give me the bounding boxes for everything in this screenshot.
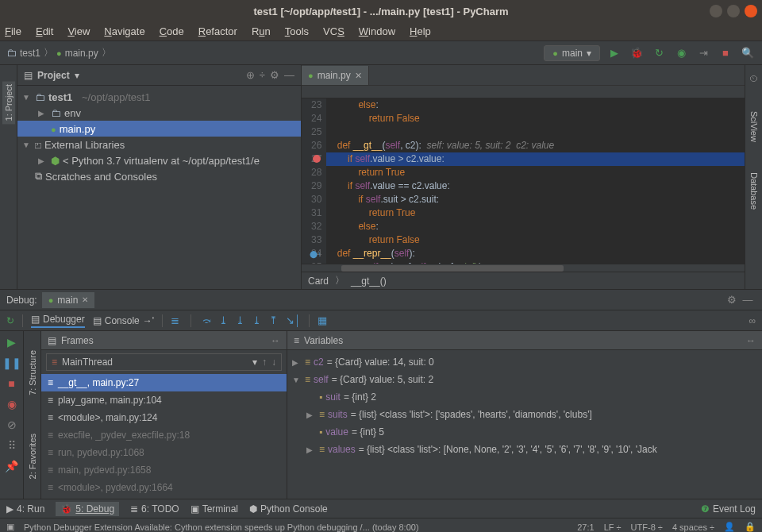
- resume-icon[interactable]: ▶: [7, 336, 16, 349]
- menu-navigate[interactable]: Navigate: [104, 25, 144, 37]
- menu-code[interactable]: Code: [160, 25, 184, 37]
- menu-tools[interactable]: Tools: [285, 25, 309, 37]
- variable-row[interactable]: ▪ suit = {int} 2: [287, 388, 762, 406]
- frame-row[interactable]: ≡<module>, pydevd.py:1664: [41, 479, 287, 496]
- debug-button[interactable]: 🐞: [629, 45, 645, 61]
- tab-structure[interactable]: 7: Structure: [26, 347, 39, 399]
- tab-event-log[interactable]: ❼ Event Log: [701, 503, 756, 515]
- breadcrumb-project[interactable]: test1: [20, 48, 40, 59]
- indent[interactable]: 4 spaces ÷: [672, 522, 714, 532]
- stop-button[interactable]: ■: [718, 45, 733, 61]
- tab-debug[interactable]: 🐞 5: Debug: [56, 502, 119, 516]
- line-separator[interactable]: LF ÷: [604, 522, 622, 532]
- variable-row[interactable]: ▼≡ self = {Card} value: 5, suit: 2: [287, 371, 762, 388]
- close-icon[interactable]: ✕: [82, 295, 88, 304]
- menu-window[interactable]: Window: [359, 25, 395, 37]
- tree-scratches[interactable]: ⧉ Scratches and Consoles: [17, 168, 301, 184]
- frame-row[interactable]: ≡<module>, main.py:124: [41, 409, 287, 426]
- chevron-down-icon[interactable]: ▾: [75, 70, 79, 81]
- variable-tree[interactable]: ▶≡ c2 = {Card} value: 14, suit: 0▼≡ self…: [287, 350, 762, 499]
- view-breakpoints-icon[interactable]: ◉: [7, 398, 17, 411]
- thread-selector[interactable]: ≡ MainThread ▾ ↑ ↓: [46, 353, 282, 371]
- force-step-icon[interactable]: ⤓: [252, 314, 261, 326]
- evaluate-icon[interactable]: ▦: [318, 314, 327, 326]
- stop-icon[interactable]: ■: [8, 377, 14, 390]
- restore-layout-icon[interactable]: ↔: [271, 335, 280, 346]
- minimize-icon[interactable]: [710, 5, 722, 17]
- next-frame-icon[interactable]: ↓: [271, 357, 276, 368]
- file-encoding[interactable]: UTF-8 ÷: [631, 522, 663, 532]
- frame-row[interactable]: ≡play_game, main.py:104: [41, 391, 287, 409]
- search-everywhere-button[interactable]: 🔍: [740, 45, 756, 61]
- gauge-icon[interactable]: ⏲: [749, 73, 759, 84]
- caret-position[interactable]: 27:1: [577, 522, 594, 532]
- gear-icon[interactable]: ⚙: [270, 69, 279, 81]
- profile-button[interactable]: ◉: [673, 45, 689, 61]
- variable-row[interactable]: ▪ value = {int} 5: [287, 423, 762, 441]
- prev-frame-icon[interactable]: ↑: [262, 357, 267, 368]
- tab-terminal[interactable]: ▣ Terminal: [190, 503, 238, 515]
- tab-project[interactable]: 1: Project: [2, 81, 15, 124]
- close-icon[interactable]: [745, 5, 757, 17]
- override-icon[interactable]: ⬤↑: [310, 248, 321, 261]
- locate-icon[interactable]: ⊕: [246, 69, 255, 81]
- debugger-tab[interactable]: ▤Debugger: [31, 314, 85, 328]
- tab-run[interactable]: ▶ 4: Run: [6, 503, 44, 515]
- hide-icon[interactable]: —: [284, 69, 294, 81]
- step-into-icon[interactable]: ⤓: [219, 314, 228, 326]
- tab-database[interactable]: Database: [748, 169, 760, 213]
- variable-row[interactable]: ▶≡ values = {list} <class 'list'>: [None…: [287, 441, 762, 458]
- horizontal-scrollbar[interactable]: [302, 264, 745, 272]
- tab-python-console[interactable]: ⬢ Python Console: [249, 503, 328, 515]
- menu-view[interactable]: View: [67, 25, 90, 37]
- menu-vcs[interactable]: VCS: [323, 25, 344, 37]
- tab-favorites[interactable]: 2: Favorites: [26, 430, 39, 482]
- frame-row[interactable]: ≡__gt__, main.py:27: [41, 374, 287, 391]
- restore-layout-icon[interactable]: ↔: [746, 335, 756, 346]
- variable-row[interactable]: ▶≡ suits = {list} <class 'list'>: ['spad…: [287, 406, 762, 423]
- menu-file[interactable]: File: [5, 25, 21, 37]
- attach-button[interactable]: ⇥: [695, 45, 711, 61]
- step-into-my-icon[interactable]: ⤓: [236, 314, 244, 326]
- tool-windows-icon[interactable]: ▣: [6, 522, 14, 532]
- code-editor[interactable]: 232425262728293031323334⬤↑3536 else: ret…: [302, 98, 745, 264]
- project-tree[interactable]: ▼ test1 ~/opt/app/test1 ▶ env main.py ▼⏍…: [17, 86, 301, 187]
- tree-env[interactable]: ▶ env: [17, 105, 301, 121]
- coverage-button[interactable]: ↻: [651, 45, 667, 61]
- show-exec-point-icon[interactable]: ≣: [171, 314, 179, 326]
- gear-icon[interactable]: ⚙: [724, 292, 740, 308]
- frame-row[interactable]: ≡main, pydevd.py:1658: [41, 461, 287, 479]
- tab-sciview[interactable]: SciView: [748, 108, 760, 145]
- maximize-icon[interactable]: [727, 5, 740, 17]
- step-over-icon[interactable]: ⤼: [202, 314, 211, 326]
- collapse-icon[interactable]: ÷: [260, 69, 265, 81]
- inspection-icon[interactable]: 👤: [724, 522, 735, 532]
- lock-icon[interactable]: 🔒: [745, 522, 756, 532]
- editor-tab-mainpy[interactable]: main.py ✕: [302, 66, 369, 85]
- tree-root[interactable]: ▼ test1 ~/opt/app/test1: [17, 89, 301, 105]
- menu-refactor[interactable]: Refactor: [198, 25, 237, 37]
- mute-breakpoints-icon[interactable]: ⊘: [7, 418, 17, 431]
- debug-session-tab[interactable]: main ✕: [42, 292, 95, 308]
- breakpoint-icon[interactable]: [313, 155, 321, 163]
- run-button[interactable]: ▶: [606, 45, 622, 61]
- step-out-icon[interactable]: ⤒: [269, 314, 278, 326]
- menu-run[interactable]: Run: [252, 25, 271, 37]
- menu-help[interactable]: Help: [410, 25, 431, 37]
- editor-gutter[interactable]: 232425262728293031323334⬤↑3536: [302, 98, 326, 264]
- pin-icon[interactable]: 📌: [5, 460, 18, 472]
- frame-row[interactable]: ≡execfile, _pydev_execfile.py:18: [41, 426, 287, 444]
- close-tab-icon[interactable]: ✕: [355, 71, 362, 81]
- pause-icon[interactable]: ❚❚: [2, 357, 21, 369]
- crumb-class[interactable]: Card: [308, 276, 329, 287]
- rerun-icon[interactable]: ↻: [6, 315, 14, 326]
- settings-icon[interactable]: ⠿: [8, 439, 16, 452]
- tree-ext-libs[interactable]: ▼⏍ External Libraries: [17, 137, 301, 152]
- frame-row[interactable]: ≡run, pydevd.py:1068: [41, 444, 287, 461]
- crumb-method[interactable]: __gt__(): [351, 276, 387, 287]
- run-to-cursor-icon[interactable]: ↘│: [286, 314, 301, 326]
- tree-mainpy[interactable]: main.py: [17, 121, 301, 137]
- menu-edit[interactable]: Edit: [36, 25, 53, 37]
- tab-todo[interactable]: ≣ 6: TODO: [130, 503, 179, 515]
- hide-icon[interactable]: —: [740, 292, 756, 308]
